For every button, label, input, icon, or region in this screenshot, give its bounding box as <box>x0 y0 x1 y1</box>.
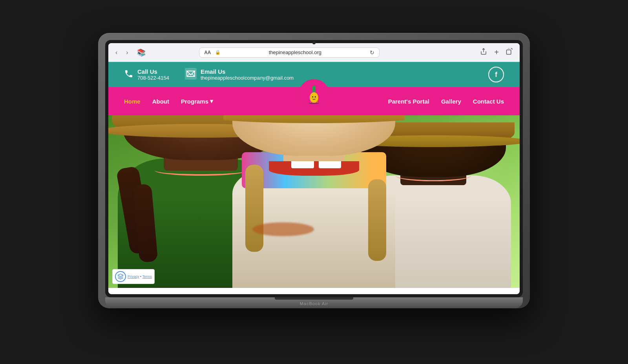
recaptcha-badge: Privacy • Terms <box>112 269 155 284</box>
svg-rect-1 <box>506 50 511 54</box>
svg-point-19 <box>312 96 313 97</box>
book-icon: 📚 <box>137 49 146 56</box>
back-button[interactable]: ‹ <box>113 47 120 58</box>
laptop-model-label: MacBook Air <box>300 301 329 306</box>
phone-icon <box>124 69 133 80</box>
email-icon <box>185 68 197 82</box>
recaptcha-sep: • <box>140 275 141 278</box>
book-button[interactable]: 📚 <box>135 47 148 58</box>
nav-links-left: Home About Programs ▾ <box>124 98 213 105</box>
dropdown-icon: ▾ <box>210 98 213 105</box>
nav-links-right: Parent's Portal Gallery Contact Us <box>388 98 504 105</box>
nav-about[interactable]: About <box>152 98 169 105</box>
facebook-button[interactable]: f <box>488 67 504 82</box>
back-icon: ‹ <box>115 49 117 56</box>
url-text: thepineappleschool.org <box>223 49 368 55</box>
browser-chrome: ‹ › 📚 AA 🔒 thepineappleschool.org ↻ <box>108 43 520 62</box>
nav-parents-portal[interactable]: Parent's Portal <box>388 98 429 105</box>
hero-image: Privacy • Terms <box>108 115 520 288</box>
forward-button[interactable]: › <box>124 47 130 58</box>
website-content: Call Us 708-522-4154 <box>108 62 520 294</box>
facebook-icon: f <box>495 71 497 79</box>
svg-point-20 <box>315 96 316 97</box>
call-us-item: Call Us 708-522-4154 <box>124 68 169 81</box>
svg-text:PINEAPPLE: PINEAPPLE <box>309 102 319 104</box>
tabs-button[interactable] <box>504 46 515 58</box>
nav-bar: Home About Programs ▾ <box>108 87 520 115</box>
site-logo[interactable]: PINEAPPLE <box>298 79 330 111</box>
recaptcha-terms[interactable]: Terms <box>142 275 152 278</box>
nav-programs[interactable]: Programs ▾ <box>181 98 213 105</box>
recaptcha-privacy[interactable]: Privacy <box>128 275 139 278</box>
browser-toolbar-right: + <box>478 46 515 58</box>
laptop-outer: ‹ › 📚 AA 🔒 thepineappleschool.org ↻ <box>98 33 530 308</box>
screen-bezel: ‹ › 📚 AA 🔒 thepineappleschool.org ↻ <box>105 40 523 297</box>
nav-home[interactable]: Home <box>124 98 141 105</box>
share-button[interactable] <box>478 46 489 58</box>
reader-label: AA <box>204 50 211 55</box>
email-label: Email Us <box>201 68 294 75</box>
new-tab-button[interactable]: + <box>492 46 501 58</box>
forward-icon: › <box>126 49 128 56</box>
laptop-base: MacBook Air <box>105 297 523 308</box>
lock-icon: 🔒 <box>215 50 221 55</box>
address-bar[interactable]: AA 🔒 thepineappleschool.org ↻ <box>199 47 380 58</box>
nav-gallery[interactable]: Gallery <box>441 98 461 105</box>
nav-contact-us[interactable]: Contact Us <box>473 98 504 105</box>
laptop-hinge <box>275 297 353 300</box>
laptop-mockup: ‹ › 📚 AA 🔒 thepineappleschool.org ↻ <box>98 33 530 331</box>
new-tab-icon: + <box>494 48 499 56</box>
camera-notch <box>312 41 316 44</box>
hero-section: Privacy • Terms <box>108 115 520 288</box>
recaptcha-logo <box>115 271 126 282</box>
email-us-item: Email Us thepineappleschoolcompany@gmail… <box>185 68 294 82</box>
email-address: thepineappleschoolcompany@gmail.com <box>201 75 294 81</box>
call-label: Call Us <box>137 68 169 75</box>
reload-button[interactable]: ↻ <box>370 49 374 56</box>
screen-content: ‹ › 📚 AA 🔒 thepineappleschool.org ↻ <box>108 43 520 294</box>
svg-point-9 <box>312 86 316 93</box>
phone-number: 708-522-4154 <box>137 75 169 81</box>
